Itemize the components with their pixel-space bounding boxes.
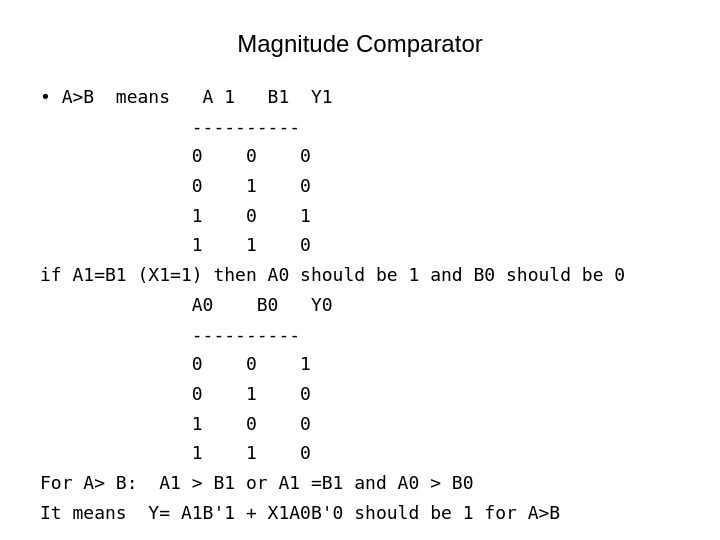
table2-row-3: 1 0 0 bbox=[192, 413, 311, 434]
table2-header: A0 B0 Y0 bbox=[192, 294, 333, 315]
table1-header: A 1 B1 Y1 bbox=[203, 86, 333, 107]
table2-row-2: 0 1 0 bbox=[192, 383, 311, 404]
bullet-intro: • A>B means bbox=[40, 86, 170, 107]
table2-row-1: 0 0 1 bbox=[192, 353, 311, 374]
table1-row-1: 0 0 0 bbox=[192, 145, 311, 166]
page-title: Magnitude Comparator bbox=[40, 30, 680, 58]
table2-row-4: 1 1 0 bbox=[192, 442, 311, 463]
conclusion2: It means Y= A1B'1 + X1A0B'0 should be 1 … bbox=[40, 502, 560, 523]
conclusion1: For A> B: A1 > B1 or A1 =B1 and A0 > B0 bbox=[40, 472, 473, 493]
table1-row-2: 0 1 0 bbox=[192, 175, 311, 196]
condition-line: if A1=B1 (X1=1) then A0 should be 1 and … bbox=[40, 264, 625, 285]
table1-row-4: 1 1 0 bbox=[192, 234, 311, 255]
page-content: Magnitude Comparator • A>B means A 1 B1 … bbox=[40, 30, 680, 527]
table2-separator: ---------- bbox=[192, 324, 300, 345]
table1-separator: ---------- bbox=[192, 116, 300, 137]
main-content: • A>B means A 1 B1 Y1 ---------- 0 0 0 0… bbox=[40, 82, 680, 527]
table1-row-3: 1 0 1 bbox=[192, 205, 311, 226]
